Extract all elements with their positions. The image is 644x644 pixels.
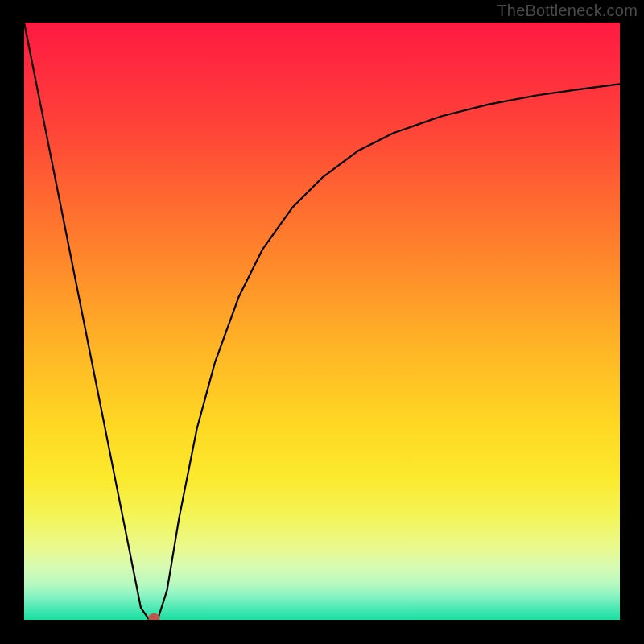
chart-frame: TheBottleneck.com	[0, 0, 644, 644]
chart-svg	[24, 23, 620, 620]
marker-dot	[148, 613, 159, 620]
plot-area	[24, 23, 620, 620]
curve-path	[24, 23, 620, 620]
attribution-text: TheBottleneck.com	[497, 2, 638, 20]
